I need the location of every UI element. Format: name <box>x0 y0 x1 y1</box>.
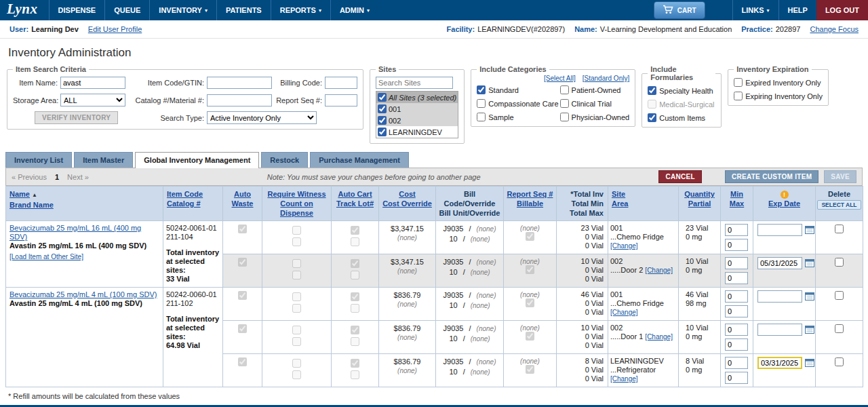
select-all-link[interactable]: [Select All] <box>544 75 576 82</box>
physician-owned-checkbox[interactable] <box>560 113 569 121</box>
sort-auto-cart-link[interactable]: Auto Cart <box>338 190 372 198</box>
cart-button[interactable]: CART <box>654 1 705 19</box>
category-sample[interactable]: Sample <box>477 113 558 121</box>
expired-inventory-option[interactable]: Expired Inventory Only <box>734 78 823 87</box>
max-input[interactable] <box>725 372 748 384</box>
sort-item-code-link[interactable]: Item Code <box>167 190 203 198</box>
calendar-icon[interactable] <box>805 225 814 235</box>
count-on-dispense-checkbox[interactable] <box>292 370 301 379</box>
category-standard[interactable]: Standard <box>477 85 558 94</box>
load-item-other-site-link[interactable]: [Load Item at Other Site] <box>9 252 83 261</box>
max-input[interactable] <box>725 305 748 317</box>
category-patient-owned[interactable]: Patient-Owned <box>560 85 630 94</box>
min-input[interactable] <box>725 324 748 336</box>
category-clinical-trial[interactable]: Clinical Trial <box>560 99 630 108</box>
delete-checkbox[interactable] <box>835 357 844 366</box>
next-page-link[interactable]: Next » <box>67 173 89 181</box>
auto-waste-checkbox[interactable] <box>238 357 247 366</box>
site-option-001[interactable]: 001 <box>376 103 458 115</box>
auto-cart-checkbox[interactable] <box>351 259 359 268</box>
nav-queue[interactable]: QUEUE <box>104 0 149 20</box>
track-lot-checkbox[interactable] <box>351 370 359 379</box>
auto-waste-checkbox[interactable] <box>238 258 247 267</box>
min-input[interactable] <box>725 257 748 269</box>
category-compassionate-care[interactable]: Compassionate Care <box>477 99 558 108</box>
sort-cost-override-link[interactable]: Cost Override <box>382 199 432 208</box>
catalog-input[interactable] <box>207 94 272 106</box>
nav-inventory[interactable]: INVENTORY▾ <box>149 0 216 20</box>
category-physician-owned[interactable]: Physician-Owned <box>560 113 630 121</box>
clinical-trial-checkbox[interactable] <box>560 99 569 108</box>
change-site-link[interactable]: [Change] <box>610 309 638 316</box>
save-button[interactable]: SAVE <box>824 170 856 183</box>
expired-inventory-checkbox[interactable] <box>734 78 743 87</box>
sort-billable-link[interactable]: Billable <box>517 199 543 208</box>
auto-cart-checkbox[interactable] <box>351 359 359 368</box>
item-name-link[interactable]: Bevacizumab 25 mg/mL 16 mL (400 mg SDV) <box>9 224 141 241</box>
track-lot-checkbox[interactable] <box>351 237 359 246</box>
billable-checkbox[interactable] <box>526 265 534 274</box>
sort-catalog-link[interactable]: Catalog # <box>167 199 201 208</box>
nav-dispense[interactable]: DISPENSE <box>49 0 105 20</box>
max-input[interactable] <box>725 239 748 251</box>
count-on-dispense-checkbox[interactable] <box>292 337 301 346</box>
billable-checkbox[interactable] <box>526 232 534 241</box>
all-sites-checkbox[interactable] <box>378 93 387 102</box>
sites-search-input[interactable] <box>376 77 453 89</box>
min-input[interactable] <box>725 224 748 236</box>
tab-item-master[interactable]: Item Master <box>74 152 133 168</box>
nav-patients[interactable]: PATIENTS <box>216 0 271 20</box>
require-witness-checkbox[interactable] <box>292 259 301 268</box>
track-lot-checkbox[interactable] <box>351 337 359 346</box>
exp-date-input[interactable] <box>757 290 802 303</box>
logout-button[interactable]: LOG OUT <box>816 0 868 20</box>
create-custom-item-button[interactable]: CREATE CUSTOM ITEM <box>725 170 818 183</box>
cancel-button[interactable]: CANCEL <box>658 170 701 183</box>
count-on-dispense-checkbox[interactable] <box>292 271 301 279</box>
change-site-link[interactable]: [Change] <box>645 333 673 341</box>
exp-date-input[interactable] <box>757 324 802 336</box>
exp-date-input[interactable] <box>757 224 802 236</box>
standard-checkbox[interactable] <box>477 85 486 94</box>
calendar-icon[interactable] <box>805 292 814 302</box>
require-witness-checkbox[interactable] <box>292 359 301 368</box>
site-option-all-sites[interactable]: All Sites (3 selected) <box>376 92 458 103</box>
change-focus-link[interactable]: Change Focus <box>810 25 859 33</box>
edit-user-profile-link[interactable]: Edit User Profile <box>88 25 142 33</box>
billing-code-input[interactable] <box>325 77 357 89</box>
tab-inventory-list[interactable]: Inventory List <box>5 152 72 168</box>
calendar-icon[interactable] <box>805 358 814 368</box>
nav-help[interactable]: HELP <box>778 0 816 20</box>
nav-reports[interactable]: REPORTS▾ <box>271 0 330 20</box>
sort-quantity-link[interactable]: Quantity <box>684 190 715 198</box>
previous-page-link[interactable]: « Previous <box>12 173 47 181</box>
verify-inventory-button[interactable]: VERIFY INVENTORY <box>35 111 118 124</box>
sort-partial-link[interactable]: Partial <box>688 199 711 208</box>
item-code-input[interactable] <box>207 77 272 89</box>
auto-cart-checkbox[interactable] <box>351 226 359 235</box>
expiring-inventory-checkbox[interactable] <box>734 92 743 100</box>
billable-checkbox[interactable] <box>526 365 534 374</box>
item-name-input[interactable] <box>60 77 125 89</box>
sort-exp-date-link[interactable]: Exp Date <box>768 199 800 208</box>
tab-purchase-management[interactable]: Purchase Management <box>310 152 409 168</box>
auto-waste-checkbox[interactable] <box>238 291 247 300</box>
expiring-inventory-option[interactable]: Expiring Inventory Only <box>734 92 823 100</box>
sort-max-link[interactable]: Max <box>730 199 744 208</box>
auto-cart-checkbox[interactable] <box>351 326 359 334</box>
auto-waste-checkbox[interactable] <box>238 324 247 333</box>
sample-checkbox[interactable] <box>477 113 486 121</box>
standard-only-link[interactable]: [Standard Only] <box>583 75 629 82</box>
require-witness-checkbox[interactable] <box>292 292 301 301</box>
tab-global-inventory-management[interactable]: Global Inventory Management <box>135 152 259 168</box>
require-witness-checkbox[interactable] <box>292 326 301 334</box>
site-002-checkbox[interactable] <box>378 116 387 125</box>
sort-auto-waste-link[interactable]: Auto Waste <box>232 190 254 208</box>
track-lot-checkbox[interactable] <box>351 271 359 279</box>
sort-name-link[interactable]: Name <box>9 190 30 198</box>
site-learningdev-checkbox[interactable] <box>378 128 387 136</box>
nav-admin[interactable]: ADMIN▾ <box>330 0 378 20</box>
max-input[interactable] <box>725 272 748 284</box>
site-option-learningdev[interactable]: LEARNINGDEV <box>376 126 458 138</box>
sort-track-lot-link[interactable]: Track Lot# <box>336 199 374 208</box>
